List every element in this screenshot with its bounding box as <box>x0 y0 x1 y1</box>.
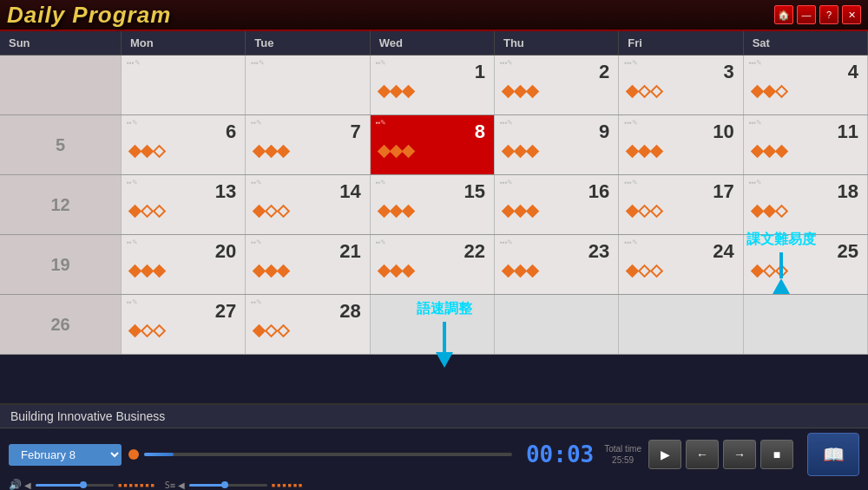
day-cell-w1-wed[interactable]: ▪▪✎ 1 <box>371 56 495 114</box>
speed-track[interactable] <box>189 484 267 487</box>
day-cell-w5-mon[interactable]: ▪▪✎27 <box>122 295 246 354</box>
sun-cell-w3: 12 <box>0 175 122 234</box>
calendar-row-week4: 19 ▪▪✎20 ▪▪✎21 ▪▪✎22 ▪▪▪✎23 <box>0 235 868 295</box>
day-cell-w1-fri[interactable]: ▪▪▪✎ 3 <box>619 56 743 114</box>
day-cell-w4-sat[interactable]: ▪▪▪✎25 <box>744 235 868 294</box>
day-cell-w5-thu[interactable] <box>495 295 619 354</box>
main-content: Sun Mon Tue Wed Thu Fri Sat ▪▪▪✎ <box>0 31 868 434</box>
sun-cell-w5: 26 <box>0 295 122 354</box>
day-cell-w5-fri[interactable] <box>619 295 743 354</box>
header-thu: Thu <box>495 31 619 55</box>
sun-cell-w1 <box>0 56 122 114</box>
header-wed: Wed <box>371 31 495 55</box>
day-cell-w1-tue[interactable]: ▪▪▪✎ <box>246 56 370 114</box>
lesson-title: Building Innovative Business <box>0 405 868 428</box>
volume-speed-row: 🔊 ◀ ■ ■ ■ ■ ■ ■ ■ S≡ ◀ <box>0 479 868 490</box>
bottom-bar: Building Innovative Business February 8 … <box>0 403 868 490</box>
stop-button[interactable]: ■ <box>760 440 793 469</box>
prev-button[interactable]: ← <box>686 440 719 469</box>
day-cell-w2-fri[interactable]: ▪▪▪✎ 10 <box>619 115 743 174</box>
day-cell-w3-fri[interactable]: ▪▪▪✎17 <box>619 175 743 234</box>
calendar-row-week1: ▪▪▪✎ ▪▪▪✎ ▪▪✎ 1 <box>0 56 868 115</box>
header-mon: Mon <box>122 31 246 55</box>
calendar-row-week2: 5 ▪▪✎ 6 ▪▪✎ 7 <box>0 115 868 175</box>
progress-fill <box>144 453 174 456</box>
day-cell-w3-thu[interactable]: ▪▪▪✎16 <box>495 175 619 234</box>
current-time: 00:03 <box>526 441 594 467</box>
app-title: Daily Program <box>7 2 171 29</box>
play-button[interactable]: ▶ <box>648 440 681 469</box>
day-cell-w3-mon[interactable]: ▪▪✎13 <box>122 175 246 234</box>
close-button[interactable]: ✕ <box>842 5 861 24</box>
sun-cell-w4: 19 <box>0 235 122 294</box>
speed-control: S≡ ◀ ■ ■ ■ ■ ■ ■ <box>165 480 302 490</box>
calendar-row-week3: 12 ▪▪✎13 ▪▪✎14 ▪▪✎15 ▪▪▪✎16 <box>0 175 868 235</box>
day-cell-w5-sat[interactable] <box>744 295 868 354</box>
book-button[interactable]: 📖 <box>807 433 859 476</box>
help-button[interactable]: ? <box>819 5 838 24</box>
day-cell-w4-mon[interactable]: ▪▪✎20 <box>122 235 246 294</box>
day-cell-w5-wed[interactable] <box>371 295 495 354</box>
progress-track[interactable] <box>144 453 512 456</box>
header-sat: Sat <box>744 31 868 55</box>
volume-icon: 🔊 <box>9 479 22 490</box>
playback-controls: ▶ ← → ■ <box>648 440 793 469</box>
day-cell-w5-tue[interactable]: ▪▪✎28 <box>246 295 370 354</box>
day-cell-w2-thu[interactable]: ▪▪▪✎ 9 <box>495 115 619 174</box>
day-cell-w2-mon[interactable]: ▪▪✎ 6 <box>122 115 246 174</box>
window-controls: 🏠 — ? ✕ <box>774 5 861 24</box>
progress-container <box>128 449 512 460</box>
date-selector[interactable]: February 8 <box>9 444 122 466</box>
day-cell-w1-thu[interactable]: ▪▪▪✎ 2 <box>495 56 619 114</box>
day-cell-w4-thu[interactable]: ▪▪▪✎23 <box>495 235 619 294</box>
minimize-button[interactable]: — <box>797 5 816 24</box>
day-cell-w4-tue[interactable]: ▪▪✎21 <box>246 235 370 294</box>
calendar-grid: ▪▪▪✎ ▪▪▪✎ ▪▪✎ 1 <box>0 56 868 355</box>
header-sun: Sun <box>0 31 122 55</box>
day-cell-w4-fri[interactable]: ▪▪▪✎24 <box>619 235 743 294</box>
day-cell-w3-sat[interactable]: ▪▪▪✎18 <box>744 175 868 234</box>
day-cell-w2-wed-active[interactable]: ▪▪✎ 8 <box>371 115 495 174</box>
day-cell-w1-sat[interactable]: ▪▪▪✎ 4 <box>744 56 868 114</box>
day-cell-w3-wed[interactable]: ▪▪✎15 <box>371 175 495 234</box>
day-cell-w1-mon[interactable]: ▪▪▪✎ <box>122 56 246 114</box>
progress-dot <box>128 449 139 460</box>
volume-control: 🔊 ◀ ■ ■ ■ ■ ■ ■ ■ <box>9 479 155 490</box>
total-time: Total time 25:59 <box>604 443 641 466</box>
next-button[interactable]: → <box>723 440 756 469</box>
header-tue: Tue <box>246 31 370 55</box>
calendar-row-week5: 26 ▪▪✎27 ▪▪✎28 <box>0 295 868 355</box>
speed-label: S≡ <box>165 480 175 490</box>
day-cell-w2-sat[interactable]: ▪▪▪✎ 11 <box>744 115 868 174</box>
home-button[interactable]: 🏠 <box>774 5 793 24</box>
title-bar: Daily Program 🏠 — ? ✕ <box>0 0 868 31</box>
volume-track[interactable] <box>36 484 114 487</box>
sun-cell-w2: 5 <box>0 115 122 174</box>
day-cell-w3-tue[interactable]: ▪▪✎14 <box>246 175 370 234</box>
header-fri: Fri <box>619 31 743 55</box>
day-cell-w4-wed[interactable]: ▪▪✎22 <box>371 235 495 294</box>
day-headers: Sun Mon Tue Wed Thu Fri Sat <box>0 31 868 56</box>
day-cell-w2-tue[interactable]: ▪▪✎ 7 <box>246 115 370 174</box>
calendar-wrapper: Sun Mon Tue Wed Thu Fri Sat ▪▪▪✎ <box>0 31 868 434</box>
